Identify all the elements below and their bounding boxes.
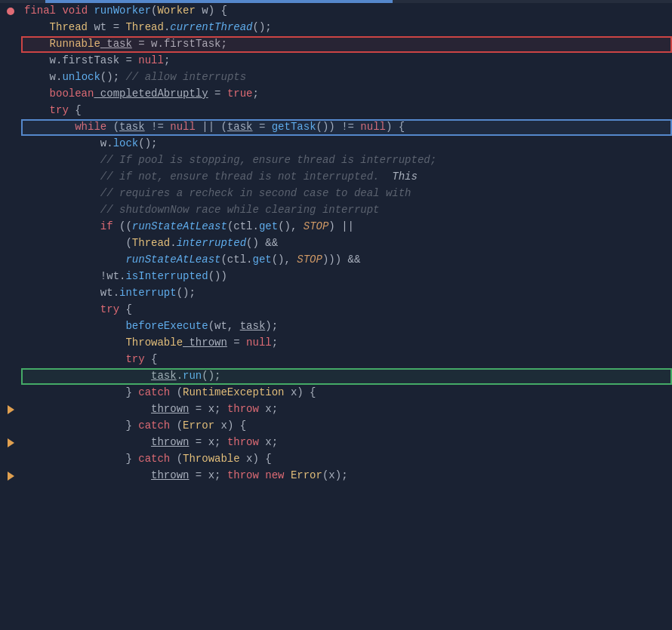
token-punct: {: [119, 303, 132, 315]
token-punct: (),: [272, 254, 297, 266]
token-kw: final: [24, 5, 62, 17]
code-editor: final void runWorker(Worker w) { Thread …: [0, 3, 672, 484]
token-var-underline: task: [100, 38, 132, 50]
token-punct: .: [177, 370, 183, 382]
token-kw: try: [50, 104, 69, 116]
token-type: Thread: [132, 237, 170, 249]
code-content-20: beforeExecute(wt, task);: [21, 318, 672, 335]
code-line-28: } catch (Throwable x) {: [0, 451, 672, 468]
token-comment-this: This: [392, 171, 418, 183]
token-var: x: [284, 386, 297, 398]
token-punct: {: [145, 353, 158, 365]
token-punct: }: [125, 453, 138, 465]
token-punct: !: [100, 270, 106, 282]
breakpoint-dot[interactable]: [7, 8, 14, 15]
gutter-24: [0, 385, 21, 401]
token-fn-italic: interrupted: [177, 237, 246, 249]
token-type: Error: [183, 419, 214, 432]
code-content-5: w.unlock(); // allow interrupts: [21, 69, 672, 86]
token-punct: =: [189, 469, 208, 481]
code-content-9: w.lock();: [21, 136, 672, 152]
token-punct: .: [253, 220, 259, 232]
code-line-16: runStateAtLeast(ctl.get(), STOP))) &&: [0, 252, 672, 269]
code-line-13: // shutdownNow race while clearing inter…: [0, 202, 672, 219]
token-var: x: [328, 469, 334, 481]
token-fn: interrupt: [119, 287, 177, 299]
token-var: wt: [106, 270, 119, 282]
gutter-14: [0, 219, 21, 235]
token-var: wt: [100, 287, 113, 299]
gutter-16: [0, 252, 21, 269]
gutter-3: [0, 36, 21, 53]
code-content-19: try {: [21, 302, 672, 318]
code-line-15: (Thread.interrupted() &&: [0, 235, 672, 252]
token-var: w: [100, 137, 106, 149]
token-punct: ();: [100, 71, 126, 83]
token-punct: (: [125, 237, 131, 249]
code-line-20: beforeExecute(wt, task);: [0, 318, 672, 335]
token-punct: (: [208, 320, 214, 332]
gutter-9: [0, 136, 21, 152]
code-line-9: w.lock();: [0, 136, 672, 152]
token-kw: catch: [138, 419, 170, 432]
token-punct: ;: [164, 54, 170, 66]
code-line-22: try {: [0, 352, 672, 368]
token-var: w: [196, 5, 208, 17]
token-punct: ;: [272, 403, 278, 415]
token-var-underline: thrown: [151, 403, 189, 415]
token-var: x: [259, 436, 272, 448]
code-content-10: // If pool is stopping, ensure thread is…: [21, 152, 672, 169]
token-type: RuntimeException: [183, 386, 284, 398]
token-punct: ,: [227, 320, 240, 332]
token-var: w: [50, 54, 56, 66]
token-var: wt: [88, 21, 113, 33]
token-comment: // requires a recheck in second case to …: [100, 187, 412, 199]
token-kw: new: [259, 469, 285, 481]
token-punct: }: [125, 386, 138, 398]
token-kw: try: [100, 303, 119, 315]
gutter-11: [0, 169, 21, 186]
token-punct: .: [157, 38, 163, 50]
token-punct: ;: [214, 469, 227, 481]
gutter-23: [0, 368, 21, 385]
code-line-27: thrown = x; throw x;: [0, 435, 672, 451]
token-var: ctl: [227, 254, 246, 266]
code-line-1: final void runWorker(Worker w) {: [0, 3, 672, 20]
code-content-14: if ((runStateAtLeast(ctl.get(), STOP) ||: [21, 219, 672, 235]
token-type: Thread: [50, 21, 88, 33]
code-content-21: Throwable thrown = null;: [21, 335, 672, 352]
token-punct: (: [170, 386, 183, 398]
token-punct: (: [170, 419, 183, 432]
token-var-underline: thrown: [183, 337, 227, 349]
token-punct: }: [125, 419, 138, 432]
gutter-28: [0, 451, 21, 468]
token-fn: unlock: [62, 71, 100, 83]
token-punct: ;: [272, 337, 278, 349]
token-punct: (: [170, 453, 183, 465]
token-punct: ;: [214, 436, 227, 448]
token-punct: (: [106, 121, 119, 133]
token-type: Error: [285, 469, 322, 481]
code-line-19: try {: [0, 302, 672, 318]
code-content-16: runStateAtLeast(ctl.get(), STOP))) &&: [21, 252, 672, 269]
token-punct: =: [253, 121, 272, 133]
token-punct: ) {: [386, 121, 405, 133]
token-punct: =: [132, 38, 151, 50]
code-line-26: } catch (Error x) {: [0, 418, 672, 435]
code-line-17: !wt.isInterrupted()): [0, 269, 672, 285]
token-kw: throw: [227, 436, 259, 448]
token-fn-italic: runStateAtLeast: [132, 220, 227, 232]
token-var: firstTask: [164, 38, 221, 50]
token-punct: ();: [253, 21, 272, 33]
token-var: w: [50, 71, 56, 83]
code-line-3: Runnable task = w.firstTask;: [0, 36, 672, 53]
code-line-7: try {: [0, 103, 672, 119]
gutter-17: [0, 269, 21, 285]
token-punct: ) {: [297, 386, 316, 398]
code-content-4: w.firstTask = null;: [21, 53, 672, 69]
token-punct: ) {: [253, 453, 272, 465]
token-kw: throw: [227, 469, 259, 481]
token-var-underline: task: [151, 370, 177, 382]
code-line-14: if ((runStateAtLeast(ctl.get(), STOP) ||: [0, 219, 672, 235]
token-var: ctl: [233, 220, 252, 232]
